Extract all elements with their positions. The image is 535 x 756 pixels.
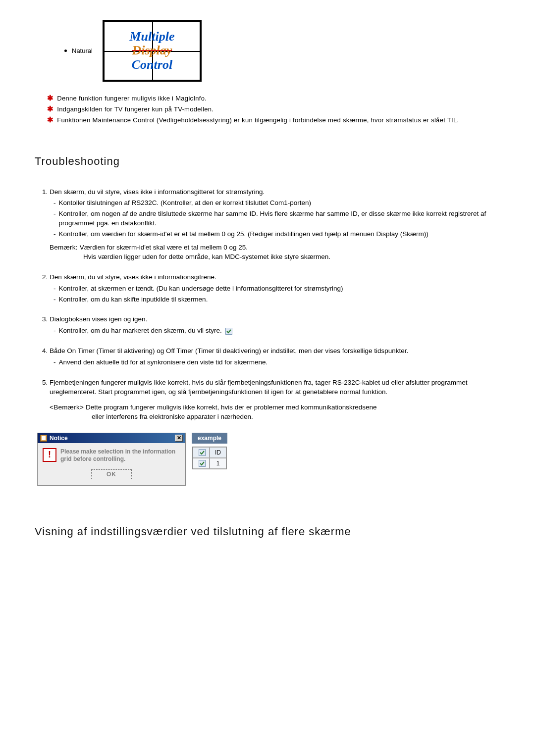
bullet-icon [64, 50, 67, 52]
svg-rect-0 [42, 436, 46, 440]
ts-sub: -Anvend den aktuelle tid for at synkroni… [54, 358, 500, 367]
note-text: Funktionen Maintenance Control (Vedligeh… [57, 116, 459, 125]
ts-final-note: <Bemærk> Dette program fungerer muligvis… [50, 403, 500, 412]
dialog-titlebar: Notice ✕ [38, 433, 185, 443]
grid-checkbox-cell[interactable] [193, 458, 210, 469]
ts-sub: - Kontroller, om du har markeret den skæ… [54, 326, 500, 336]
dialog-message: Please make selection in the information… [60, 448, 180, 463]
function-notes: ✱ Denne funktion fungerer muligvis ikke … [47, 94, 500, 125]
ts-final-note-2: eller interferens fra elektroniske appar… [92, 412, 500, 422]
ts-title: Den skærm, du vil styre, vises ikke i in… [50, 188, 265, 196]
star-icon: ✱ [47, 116, 54, 125]
dialog-app-icon [40, 435, 47, 442]
ts-sub: -Kontroller, om nogen af de andre tilslu… [54, 209, 500, 228]
table-row: 1 [193, 458, 226, 469]
ts-title: Både On Timer (Timer til aktivering) og … [50, 347, 408, 354]
ts-item-4: Både On Timer (Timer til aktivering) og … [50, 347, 500, 367]
notice-example-row: Notice ✕ ! Please make selection in the … [37, 433, 500, 486]
checkbox-icon [199, 460, 206, 467]
natural-list-item: Natural [64, 47, 93, 54]
note-item: ✱ Indgangskilden for TV fungerer kun på … [47, 105, 500, 114]
ts-sub: -Kontroller, om du kan skifte inputkilde… [54, 295, 500, 304]
ts-remark: Bemærk: Værdien for skærm-id'et skal vær… [50, 243, 500, 252]
ts-sub: -Kontroller, om værdien for skærm-id'et … [54, 230, 500, 239]
top-natural-section: Natural Multiple Display Control [64, 20, 500, 82]
note-text: Denne funktion fungerer muligvis ikke i … [57, 94, 207, 103]
troubleshooting-list: Den skærm, du vil styre, vises ikke i in… [50, 188, 500, 422]
dialog-title-text: Notice [50, 435, 68, 442]
example-grid: ID 1 [192, 447, 227, 469]
ts-remark-2: Hvis værdien ligger uden for dette områd… [83, 252, 500, 262]
checkbox-icon [225, 328, 232, 335]
close-icon[interactable]: ✕ [175, 435, 183, 442]
grid-id-header: ID [210, 447, 226, 458]
example-column: example ID 1 [192, 433, 227, 469]
ts-title: Fjernbetjeningen fungerer muligvis ikke … [50, 379, 467, 396]
grid-checkbox-header [193, 447, 210, 458]
example-label: example [192, 433, 227, 444]
note-text: Indgangskilden for TV fungerer kun på TV… [57, 105, 214, 114]
ts-item-3: Dialogboksen vises igen og igen. - Kontr… [50, 315, 500, 336]
checkbox-icon [199, 449, 206, 456]
notice-dialog: Notice ✕ ! Please make selection in the … [37, 433, 186, 486]
ts-sub: -Kontroller, at skærmen er tændt. (Du ka… [54, 284, 500, 294]
ts-item-5: Fjernbetjeningen fungerer muligvis ikke … [50, 378, 500, 422]
ts-sub: -Kontoller tilslutningen af RS232C. (Kon… [54, 199, 500, 208]
mdc-logo: Multiple Display Control [103, 20, 202, 82]
ts-item-1: Den skærm, du vil styre, vises ikke i in… [50, 188, 500, 262]
star-icon: ✱ [47, 94, 54, 103]
ts-title: Dialogboksen vises igen og igen. [50, 315, 147, 323]
exclamation-icon: ! [43, 448, 56, 462]
dialog-body: ! Please make selection in the informati… [38, 443, 185, 485]
table-row: ID [193, 447, 226, 458]
note-item: ✱ Funktionen Maintenance Control (Vedlig… [47, 116, 500, 125]
star-icon: ✱ [47, 105, 54, 114]
natural-label: Natural [72, 47, 93, 54]
bottom-heading: Visning af indstillingsværdier ved tilsl… [35, 525, 500, 538]
ts-item-2: Den skærm, du vil styre, vises ikke i in… [50, 273, 500, 304]
note-item: ✱ Denne funktion fungerer muligvis ikke … [47, 94, 500, 103]
ts-title: Den skærm, du vil styre, vises ikke i in… [50, 273, 216, 281]
grid-id-cell: 1 [210, 458, 226, 469]
troubleshooting-heading: Troubleshooting [35, 155, 500, 168]
logo-line-2: Display [132, 44, 172, 58]
ok-button[interactable]: OK [91, 469, 132, 479]
logo-line-3: Control [132, 58, 172, 72]
logo-line-1: Multiple [129, 30, 174, 44]
